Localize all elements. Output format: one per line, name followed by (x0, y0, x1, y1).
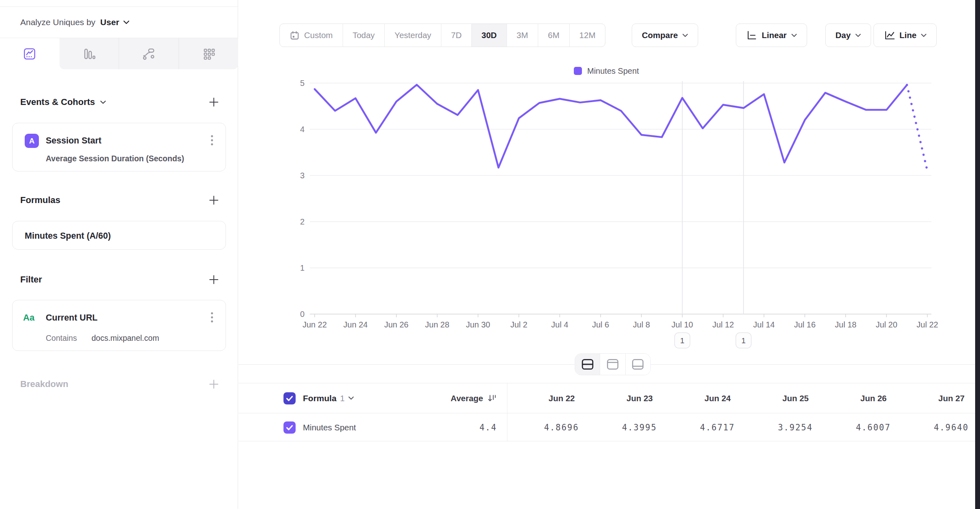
y-axis-tick-label: 5 (300, 79, 305, 88)
results-table-row: Minutes Spent 4.4 4.86964.39954.67173.92… (239, 414, 975, 441)
date-column-header[interactable]: Jun 23 (586, 383, 664, 413)
date-range-7d[interactable]: 7D (441, 24, 472, 47)
date-range-custom[interactable]: Custom (280, 24, 343, 47)
tab-retention[interactable] (179, 38, 239, 69)
average-column-header[interactable]: Average (392, 383, 497, 413)
add-breakdown-button[interactable] (209, 379, 219, 389)
date-range-today[interactable]: Today (343, 24, 385, 47)
granularity-label: Day (835, 30, 851, 40)
breakdown-title: Breakdown (20, 379, 68, 389)
legend-swatch (574, 67, 582, 75)
date-range-12m[interactable]: 12M (570, 24, 605, 47)
tab-insights[interactable] (0, 38, 60, 69)
string-property-icon: Aa (23, 312, 34, 323)
date-range-6m[interactable]: 6M (538, 24, 569, 47)
annotation-badge[interactable]: 1 (736, 333, 751, 348)
filter-value[interactable]: docs.mixpanel.com (92, 334, 159, 343)
filter-property-name[interactable]: Current URL (46, 313, 98, 323)
compare-button[interactable]: Compare (632, 24, 698, 47)
series-checkbox[interactable] (283, 421, 296, 434)
date-range-yesterday[interactable]: Yesterday (385, 24, 441, 47)
tab-flows[interactable] (119, 38, 179, 69)
date-column-header[interactable]: Jun 26 (819, 383, 897, 413)
filter-operator[interactable]: Contains (46, 334, 77, 343)
chart-only-view-toggle[interactable] (600, 354, 625, 375)
date-range-3m[interactable]: 3M (507, 24, 538, 47)
bar-chart-icon (82, 47, 96, 61)
date-value-cell: 4.9640 (897, 414, 976, 441)
x-axis-tick-label: Jul 10 (671, 320, 693, 329)
x-axis-tick-label: Jul 16 (794, 320, 816, 329)
date-range-label: Today (353, 30, 375, 40)
events-cohorts-header: Events & Cohorts (20, 93, 219, 111)
report-type-tabs (0, 38, 238, 69)
chevron-down-icon (682, 34, 688, 37)
svg-text:1: 1 (680, 336, 685, 345)
x-axis-tick-label: Jul 6 (592, 320, 609, 329)
date-column-header[interactable]: Jun 27 (897, 383, 976, 413)
scale-selector-button[interactable]: Linear (736, 24, 807, 47)
series-line[interactable] (315, 85, 907, 168)
date-value-cell: 4.8696 (507, 414, 586, 441)
y-axis-tick-label: 0 (300, 310, 305, 319)
date-range-label: 6M (548, 30, 559, 40)
x-axis-tick-label: Jul 18 (835, 320, 856, 329)
analyze-uniques-value-dropdown[interactable]: User (100, 17, 119, 27)
add-event-button[interactable] (209, 97, 219, 107)
series-group-dropdown[interactable]: Formula 1 (303, 383, 354, 413)
filter-card-current-url[interactable]: Aa Current URL Contains docs.mixpanel.co… (12, 300, 226, 351)
y-axis-tick-label: 3 (300, 171, 305, 180)
date-column-header[interactable]: Jun 22 (507, 383, 586, 413)
date-value-cell: 3.9254 (741, 414, 820, 441)
date-column-header[interactable]: Jun 25 (741, 383, 820, 413)
y-axis-tick-label: 1 (300, 263, 305, 272)
x-axis-tick-label: Jul 20 (876, 320, 897, 329)
average-header-label: Average (451, 394, 483, 403)
split-view-toggle[interactable] (575, 354, 600, 375)
granularity-button[interactable]: Day (825, 24, 871, 47)
x-axis-tick-label: Jul 12 (712, 320, 734, 329)
annotation-badge[interactable]: 1 (675, 333, 690, 348)
chevron-down-icon (791, 34, 797, 37)
select-all-checkbox[interactable] (283, 392, 296, 404)
chart-type-label: Line (899, 30, 916, 40)
event-aggregation[interactable]: Average Session Duration (Seconds) (46, 154, 184, 163)
table-date-headers: Jun 22Jun 23Jun 24Jun 25Jun 26Jun 27 (507, 383, 975, 413)
event-card-session-start[interactable]: A Session Start Average Session Duration… (12, 123, 226, 171)
formula-card[interactable]: Minutes Spent (A/60) (12, 221, 226, 250)
chevron-down-icon (921, 34, 927, 37)
date-value-cell: 4.3995 (586, 414, 664, 441)
analyze-uniques-bar: Analyze Uniques by User (20, 7, 226, 38)
series-name-cell[interactable]: Minutes Spent (303, 414, 356, 441)
svg-text:1: 1 (741, 336, 746, 345)
date-range-label: Yesterday (394, 30, 431, 40)
x-axis-tick-label: Jul 22 (916, 320, 938, 329)
add-filter-button[interactable] (209, 274, 219, 285)
bottom-panel-icon (631, 358, 644, 370)
date-column-header[interactable]: Jun 24 (663, 383, 741, 413)
check-icon (283, 392, 296, 404)
series-group-index: 1 (340, 394, 345, 403)
formula-expression[interactable]: Minutes Spent (A/60) (25, 231, 111, 241)
kebab-menu-icon[interactable] (211, 312, 213, 323)
query-builder-sidebar: Analyze Uniques by User (0, 0, 238, 509)
x-axis-tick-label: Jun 26 (384, 320, 409, 329)
date-value-cell: 4.6007 (819, 414, 897, 441)
x-axis-tick-label: Jun 28 (425, 320, 450, 329)
legend-series-label[interactable]: Minutes Spent (587, 66, 639, 76)
chevron-down-icon (855, 34, 861, 37)
table-column-divider (507, 383, 507, 441)
date-range-30d[interactable]: 30D (472, 24, 507, 47)
kebab-menu-icon[interactable] (211, 135, 213, 146)
add-formula-button[interactable] (209, 195, 219, 205)
events-cohorts-title[interactable]: Events & Cohorts (20, 97, 95, 107)
series-line-incomplete[interactable] (907, 85, 927, 171)
average-value: 4.4 (479, 423, 497, 432)
tab-funnels[interactable] (60, 38, 119, 69)
event-name[interactable]: Session Start (46, 136, 101, 146)
chart-type-button[interactable]: Line (873, 24, 937, 47)
table-only-view-toggle[interactable] (626, 354, 650, 375)
x-axis-tick-label: Jun 24 (343, 320, 368, 329)
filter-condition: Contains docs.mixpanel.com (46, 334, 159, 343)
x-axis-tick-label: Jun 22 (303, 320, 327, 329)
